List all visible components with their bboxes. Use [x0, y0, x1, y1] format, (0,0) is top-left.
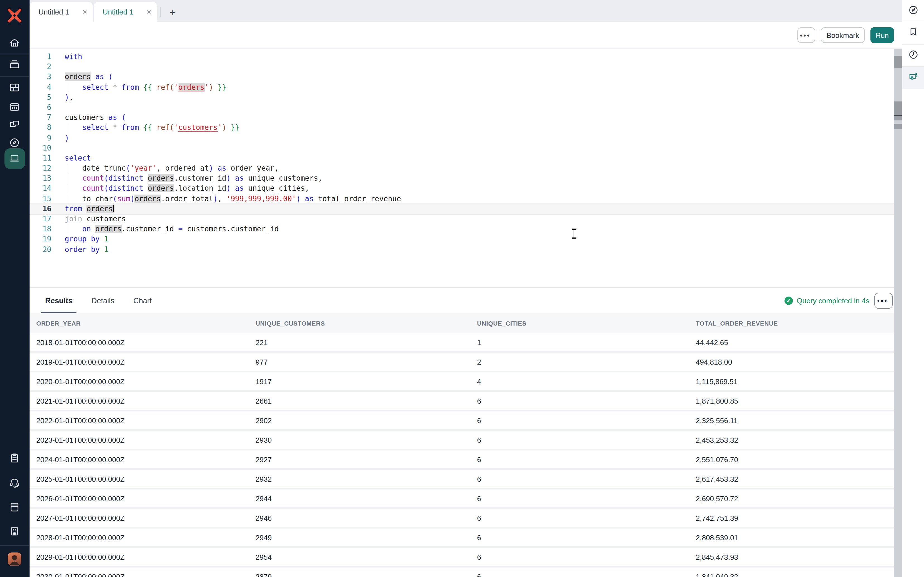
docs-book-icon[interactable] [9, 501, 20, 513]
table-body[interactable]: 2018-01-01T00:00:00.000Z221144,442.65201… [29, 334, 902, 577]
table-cell: 4 [477, 377, 696, 385]
support-headset-icon[interactable] [9, 477, 20, 488]
table-row: 2022-01-01T00:00:00.000Z290262,325,556.1… [29, 411, 902, 431]
column-header[interactable]: UNIQUE_CUSTOMERS [255, 320, 477, 326]
run-button[interactable]: Run [871, 27, 894, 43]
tab-untitled-2[interactable]: Untitled 1 × [94, 2, 157, 22]
history-button[interactable] [902, 45, 924, 67]
code-line[interactable]: 1with [29, 52, 894, 62]
line-number: 15 [29, 194, 51, 204]
projects-drawer-icon[interactable] [9, 59, 20, 71]
table-cell: 6 [477, 396, 696, 405]
dashboard-grid-icon[interactable] [9, 82, 20, 93]
tab-chart[interactable]: Chart [133, 288, 152, 313]
column-header[interactable]: TOTAL_ORDER_REVENUE [696, 320, 902, 326]
code-line[interactable]: 3orders as ( [29, 72, 894, 82]
explore-compass-icon[interactable] [9, 137, 20, 148]
more-options-button[interactable]: ●●● [797, 27, 815, 43]
hex-logo-icon[interactable] [6, 7, 23, 24]
line-number: 13 [29, 174, 51, 184]
page-scrollbar[interactable] [894, 49, 902, 577]
code-text: join customers [65, 214, 126, 224]
notebook-laptop-icon[interactable] [9, 153, 20, 164]
table-cell: 1917 [255, 377, 477, 385]
line-number: 10 [29, 143, 51, 153]
results-more-button[interactable]: ●●● [874, 293, 893, 309]
code-line[interactable]: 4 select * from {{ ref('orders') }} [29, 82, 894, 92]
scrollbar-marker [894, 116, 902, 121]
table-cell: 2019-01-01T00:00:00.000Z [36, 358, 255, 366]
line-number: 19 [29, 234, 51, 245]
code-line[interactable]: 17join customers [29, 214, 894, 224]
code-line[interactable]: 19group by 1 [29, 234, 894, 245]
table-cell: 2949 [255, 533, 477, 542]
code-window-icon[interactable] [9, 101, 20, 113]
table-row: 2023-01-01T00:00:00.000Z293062,453,253.3… [29, 431, 902, 450]
tab-details[interactable]: Details [92, 288, 115, 313]
close-icon[interactable]: × [147, 8, 151, 16]
table-cell: 6 [477, 553, 696, 561]
code-line[interactable]: 12 date_trunc('year', ordered_at) as ord… [29, 163, 894, 173]
code-line[interactable]: 7customers as ( [29, 113, 894, 122]
table-cell: 2879 [255, 572, 477, 577]
ai-chat-button[interactable] [902, 67, 924, 89]
results-tab-row: Results Details Chart ✓ Query completed … [29, 288, 902, 313]
cell-toolbar: ●●● Bookmark Run [29, 22, 902, 49]
close-icon[interactable]: × [82, 8, 87, 16]
line-number: 11 [29, 153, 51, 163]
code-line[interactable]: 2 [29, 62, 894, 72]
table-cell: 2,845,473.93 [696, 553, 902, 561]
code-line[interactable]: 9) [29, 133, 894, 143]
tab-divider [160, 7, 161, 17]
code-line[interactable]: 5), [29, 93, 894, 103]
table-cell: 2028-01-01T00:00:00.000Z [36, 533, 255, 542]
table-cell: 6 [477, 455, 696, 464]
code-line[interactable]: 13 count(distinct orders.customer_id) as… [29, 174, 894, 184]
new-tab-button[interactable]: + [170, 7, 176, 18]
table-cell: 6 [477, 494, 696, 503]
column-header[interactable]: ORDER_YEAR [36, 320, 255, 326]
ai-chat-sparkles-icon [908, 71, 919, 84]
code-line[interactable]: 14 count(distinct orders.location_id) as… [29, 184, 894, 194]
org-building-icon[interactable] [9, 525, 20, 537]
compass-button[interactable] [902, 0, 924, 22]
table-cell: 2020-01-01T00:00:00.000Z [36, 377, 255, 385]
tab-results[interactable]: Results [45, 288, 73, 313]
code-line[interactable]: 8 select * from {{ ref('customers') }} [29, 123, 894, 133]
code-text: count(distinct orders.customer_id) as un… [65, 174, 323, 184]
code-line[interactable]: 20order by 1 [29, 245, 894, 255]
table-cell: 2021-01-01T00:00:00.000Z [36, 396, 255, 405]
user-avatar[interactable] [8, 553, 21, 566]
table-cell: 221 [255, 338, 477, 347]
apps-windows-icon[interactable] [9, 118, 20, 130]
table-row: 2028-01-01T00:00:00.000Z294962,808,539.0… [29, 529, 902, 548]
clipboard-icon[interactable] [9, 452, 20, 464]
line-number: 16 [29, 204, 51, 214]
code-line[interactable]: 6 [29, 103, 894, 113]
table-cell: 2,325,556.11 [696, 416, 902, 424]
table-cell: 6 [477, 514, 696, 522]
bookmark-button[interactable]: Bookmark [821, 27, 865, 43]
code-text: select [65, 153, 91, 163]
code-line[interactable]: 16from orders [29, 204, 894, 214]
code-line[interactable]: 10 [29, 143, 894, 153]
code-text: customers as ( [65, 113, 126, 122]
code-line[interactable]: 11select [29, 153, 894, 163]
bookmark-icon [908, 27, 918, 40]
bookmark-panel-button[interactable] [902, 22, 924, 45]
line-number: 20 [29, 245, 51, 255]
code-text: ), [65, 93, 73, 103]
sql-editor[interactable]: 1with23orders as (4 select * from {{ ref… [29, 49, 894, 287]
home-icon[interactable] [9, 37, 20, 49]
tab-untitled-1[interactable]: Untitled 1 × [29, 2, 93, 22]
table-cell: 2,551,076.70 [696, 455, 902, 464]
line-number: 5 [29, 93, 51, 103]
rail-divider [0, 545, 29, 546]
table-row: 2025-01-01T00:00:00.000Z293262,617,453.3… [29, 470, 902, 490]
scrollbar-thumb[interactable] [894, 56, 902, 68]
code-line[interactable]: 18 on orders.customer_id = customers.cus… [29, 224, 894, 234]
column-header[interactable]: UNIQUE_CITIES [477, 320, 696, 326]
status-text: Query completed in 4s [797, 296, 869, 305]
code-line[interactable]: 15 to_char(sum(orders.order_total), '999… [29, 194, 894, 204]
line-number: 17 [29, 214, 51, 224]
